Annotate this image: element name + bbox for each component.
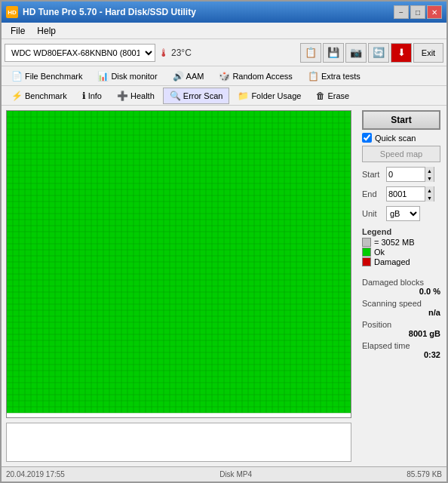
end-input-wrap: ▲ ▼ [386,186,434,202]
elapsed-time-value: 0:32 [362,350,440,359]
unit-row: Unit gB MB TB [362,206,440,221]
nav-row-2: ⚡ Benchmark ℹ Info ➕ Health 🔍 Error Scan… [2,86,446,106]
position-value: 8001 gB [362,329,440,338]
end-spin-up[interactable]: ▲ [425,186,434,194]
tab-random-access[interactable]: 🎲 Random Access [212,68,299,85]
scan-canvas [7,111,351,417]
tab-info[interactable]: ℹ Info [75,88,109,104]
info-icon: ℹ [82,91,86,101]
status-size: 85.579 KB [407,470,442,478]
unit-select[interactable]: gB MB TB [386,206,420,221]
minimize-button[interactable]: − [394,5,409,19]
exit-button[interactable]: Exit [413,43,443,63]
window-title: HD Tune Pro 5.70 - Hard Disk/SSD Utility [23,7,196,17]
end-spin-down[interactable]: ▼ [425,194,434,202]
toolbar-btn-1[interactable]: 📋 [300,43,321,63]
tab-benchmark[interactable]: ⚡ Benchmark [5,88,74,104]
quick-scan-row: Quick scan [362,133,440,143]
error-scan-icon: 🔍 [170,91,181,101]
toolbar-btn-3[interactable]: 📷 [345,43,367,63]
health-icon: ➕ [117,91,128,101]
tab-disk-monitor-label: Disk monitor [111,72,157,81]
close-button[interactable]: ✕ [427,5,442,19]
quick-scan-label: Quick scan [375,134,416,143]
legend-size-box [362,238,371,247]
tab-erase[interactable]: 🗑 Erase [309,88,356,104]
end-input[interactable] [387,187,425,201]
title-bar-left: HD HD Tune Pro 5.70 - Hard Disk/SSD Util… [6,6,196,18]
start-field-row: Start ▲ ▼ [362,167,440,182]
log-box[interactable] [6,423,351,462]
scanning-speed-label: Scanning speed [362,299,440,308]
tab-folder-usage[interactable]: 📁 Folder Usage [231,88,308,104]
tab-aam-label: AAM [186,72,204,81]
status-bar: 20.04.2019 17:55 Disk MP4 85.579 KB [2,466,446,481]
tab-folder-usage-label: Folder Usage [251,91,301,100]
start-spin-down[interactable]: ▼ [425,174,434,182]
toolbar-btn-2[interactable]: 💾 [323,43,344,63]
toolbar-buttons: 📋 💾 📷 🔄 ⬇ Exit [300,43,443,63]
quick-scan-checkbox[interactable] [362,133,372,143]
legend-size-label: = 3052 MB [374,238,415,247]
temperature-display: 🌡 23°C [158,47,192,59]
tab-extra-tests[interactable]: 📋 Extra tests [301,68,367,85]
extra-tests-icon: 📋 [308,71,319,82]
scan-grid [6,110,351,418]
tab-error-scan-label: Error Scan [183,91,223,100]
legend-damaged-label: Damaged [374,257,410,266]
tab-health-label: Health [130,91,155,100]
start-spin-up[interactable]: ▲ [425,167,434,174]
start-input-wrap: ▲ ▼ [386,167,434,182]
legend-section: Legend = 3052 MB Ok Damaged [362,227,440,267]
tab-file-benchmark-label: File Benchmark [25,72,82,81]
tab-disk-monitor[interactable]: 📊 Disk monitor [91,68,164,85]
folder-usage-icon: 📁 [238,91,249,101]
right-panel: Start Quick scan Speed map Start ▲ ▼ End [356,106,446,466]
legend-damaged-item: Damaged [362,257,440,266]
toolbar-btn-5[interactable]: ⬇ [391,43,412,63]
maximize-button[interactable]: □ [410,5,425,19]
status-disk: Disk MP4 [219,470,252,478]
file-benchmark-icon: 📄 [11,71,23,82]
toolbar-btn-4[interactable]: 🔄 [368,43,389,63]
aam-icon: 🔊 [173,71,184,82]
start-field-label: Start [362,170,383,179]
legend-ok-box [362,248,371,257]
legend-ok-label: Ok [374,248,385,257]
end-field-label: End [362,189,383,198]
tab-aam[interactable]: 🔊 AAM [166,68,211,85]
speed-map-button[interactable]: Speed map [362,146,440,162]
app-icon: HD [6,6,18,18]
scanning-speed-value: n/a [362,308,440,317]
thermometer-icon: 🌡 [158,47,169,59]
tab-error-scan[interactable]: 🔍 Error Scan [163,88,230,104]
tab-erase-label: Erase [327,91,349,100]
toolbar: WDC WD80EFAX-68KNBN0 (8001 gB) 🌡 23°C 📋 … [2,39,446,66]
tab-benchmark-label: Benchmark [25,91,67,100]
benchmark-icon: ⚡ [11,91,23,101]
tab-file-benchmark[interactable]: 📄 File Benchmark [5,68,89,85]
menu-file[interactable]: File [5,24,31,38]
tab-random-access-label: Random Access [232,72,292,81]
main-window: HD HD Tune Pro 5.70 - Hard Disk/SSD Util… [0,0,448,483]
damaged-blocks-value: 0.0 % [362,287,440,296]
erase-icon: 🗑 [316,91,325,101]
menu-bar: File Help [2,23,446,39]
scan-area [2,106,356,466]
tab-info-label: Info [88,91,102,100]
nav-row-1: 📄 File Benchmark 📊 Disk monitor 🔊 AAM 🎲 … [2,66,446,86]
legend-size-item: = 3052 MB [362,238,440,247]
drive-select[interactable]: WDC WD80EFAX-68KNBN0 (8001 gB) [5,44,155,62]
tab-health[interactable]: ➕ Health [110,88,161,104]
start-spinner: ▲ ▼ [425,167,434,182]
title-bar: HD HD Tune Pro 5.70 - Hard Disk/SSD Util… [2,2,446,23]
end-field-row: End ▲ ▼ [362,186,440,202]
start-input[interactable] [387,168,425,181]
status-date: 20.04.2019 17:55 [6,470,65,478]
legend-ok-item: Ok [362,248,440,257]
start-button[interactable]: Start [362,110,440,130]
menu-help[interactable]: Help [31,24,62,38]
tab-extra-tests-label: Extra tests [321,72,361,81]
unit-label: Unit [362,209,383,218]
stats-section: Damaged blocks 0.0 % Scanning speed n/a … [362,275,440,359]
